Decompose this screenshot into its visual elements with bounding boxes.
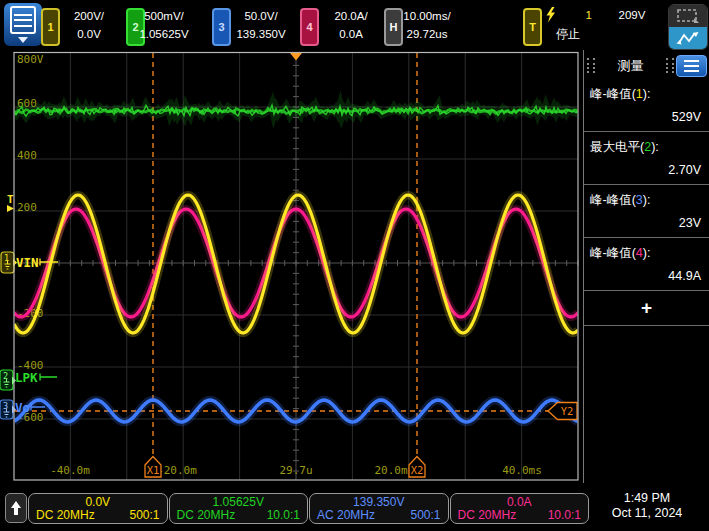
channel-3-value: 139.350V <box>317 495 441 509</box>
measurement-label: 峰-峰值(3): <box>590 192 703 209</box>
channel-4-value: 0.0A <box>458 495 582 509</box>
list-menu-icon <box>684 60 699 72</box>
cursor-y2-flag[interactable]: Y2 <box>548 403 577 420</box>
waveform-arrows-icon <box>675 30 701 47</box>
channel-3-probe: 500:1 <box>410 509 440 522</box>
acquisition-status: 停止 <box>544 26 592 43</box>
svg-text:3: 3 <box>3 401 8 411</box>
y-axis-label: 400 <box>17 149 37 162</box>
channel-1-badge[interactable]: 1 <box>41 8 60 46</box>
measurement-row[interactable]: 峰-峰值(1): 529V <box>584 79 709 132</box>
time-text: 1:49 PM <box>596 491 698 506</box>
channel-4-status-box[interactable]: 0.0A DC 20MHz10.0:1 <box>450 493 590 524</box>
channel-3-offset: 139.350V <box>227 25 295 43</box>
chevron-down-icon <box>18 37 28 43</box>
hamburger-menu-icon <box>10 6 36 34</box>
expand-up-button[interactable] <box>5 493 27 523</box>
channel-3-scale: 50.0V/ <box>227 7 295 25</box>
trigger-badge[interactable]: T <box>523 8 542 46</box>
y-axis-label: 200 <box>17 201 37 214</box>
main-menu-button[interactable] <box>4 3 42 46</box>
drag-grip-icon[interactable] <box>587 58 595 73</box>
svg-text:2: 2 <box>3 371 8 381</box>
channel-4-scale: 20.0A/ <box>318 7 384 25</box>
lpk-callout-line <box>40 374 57 381</box>
svg-text:X1: X1 <box>147 464 160 476</box>
edge-trigger-icon <box>544 7 557 23</box>
channel-1-offset: 0.0V <box>59 25 119 43</box>
channel-4-settings[interactable]: 20.0A/ 0.0A <box>318 7 384 43</box>
channel-2-offset: 1.05625V <box>134 25 194 43</box>
channel-2-coupling: DC 20MHz <box>177 509 236 522</box>
measurement-row[interactable]: 峰-峰值(4): 44.9A <box>584 238 709 291</box>
clock[interactable]: 1:49 PM Oct 11, 2024 <box>596 491 698 521</box>
dashed-rectangle-icon <box>676 8 700 25</box>
panel-menu-button[interactable] <box>676 55 707 77</box>
x-axis-label: -40.0m <box>50 464 90 477</box>
channel-2-status-box[interactable]: 1.05625V DC 20MHz10.0:1 <box>169 493 309 524</box>
trigger-info[interactable]: 1 停止 <box>544 6 592 43</box>
arrow-up-icon <box>10 500 22 516</box>
channel-4-offset: 0.0A <box>318 25 384 43</box>
waveform-display-area[interactable]: 800V 600 400 200 -200 -400 -600 -40.0m -… <box>0 50 583 483</box>
waveform-pan-button[interactable] <box>669 27 707 49</box>
add-measurement-button[interactable]: + <box>584 291 709 326</box>
zoom-tools-button-group <box>668 4 708 50</box>
trace-label-lpk: LPK <box>15 370 38 385</box>
horizontal-settings[interactable]: 10.00ms/ 29.72us <box>400 7 454 43</box>
horizontal-scale: 10.00ms/ <box>400 7 454 25</box>
date-text: Oct 11, 2024 <box>596 506 698 521</box>
svg-text:T: T <box>7 193 14 206</box>
x-axis-label: -20.0m <box>157 464 197 477</box>
measurement-value: 44.9A <box>590 262 703 285</box>
measurement-row[interactable]: 峰-峰值(3): 23V <box>584 185 709 238</box>
measurement-row[interactable]: 最大电平(2): 2.70V <box>584 132 709 185</box>
oscilloscope-screen: 1 200V/ 0.0V 2 500mV/ 1.05625V 3 50.0V/ … <box>0 0 709 531</box>
measurement-value: 23V <box>590 209 703 232</box>
measurement-label: 峰-峰值(1): <box>590 86 703 103</box>
channel-1-status-box[interactable]: 0.0V DC 20MHz500:1 <box>28 493 168 524</box>
channel-4-probe: 10.0:1 <box>548 509 581 522</box>
cursor-x1-flag[interactable]: X1 <box>145 457 161 478</box>
channel-4-coupling: DC 20MHz <box>458 509 517 522</box>
bottom-bar: 0.0V DC 20MHz500:1 1.05625V DC 20MHz10.0… <box>0 487 709 531</box>
measurement-panel-header[interactable]: 测量 <box>584 50 709 79</box>
channel-1-value: 0.0V <box>36 495 160 509</box>
measurement-value: 2.70V <box>590 156 703 179</box>
cursor-x2-flag[interactable]: X2 <box>409 457 425 478</box>
measurement-panel: 测量 峰-峰值(1): 529V 最大电平(2): 2.70V 峰-峰值(3):… <box>583 50 709 483</box>
svg-text:Y2: Y2 <box>561 405 574 417</box>
channel-4-badge[interactable]: 4 <box>300 8 319 46</box>
drag-grip-icon[interactable] <box>666 58 674 73</box>
trigger-level-value: 209V <box>610 9 654 21</box>
measurement-label: 最大电平(2): <box>590 139 703 156</box>
channel-2-settings[interactable]: 500mV/ 1.05625V <box>134 7 194 43</box>
channel-status-boxes: 0.0V DC 20MHz500:1 1.05625V DC 20MHz10.0… <box>28 493 590 524</box>
time-reference-marker[interactable] <box>290 53 302 61</box>
channel-3-settings[interactable]: 50.0V/ 139.350V <box>227 7 295 43</box>
top-bar: 1 200V/ 0.0V 2 500mV/ 1.05625V 3 50.0V/ … <box>0 0 709 50</box>
channel-2-scale: 500mV/ <box>134 7 194 25</box>
y-axis-label: 800V <box>17 53 44 66</box>
channel-1-probe: 500:1 <box>129 509 159 522</box>
channel-1-coupling: DC 20MHz <box>36 509 95 522</box>
box-zoom-button[interactable] <box>669 5 707 27</box>
channel-3-status-box[interactable]: 139.350V AC 20MHz500:1 <box>309 493 449 524</box>
panel-title: 测量 <box>595 57 666 75</box>
x-axis-label: 29.7u <box>279 464 312 477</box>
channel-2-value: 1.05625V <box>177 495 301 509</box>
x-axis-label: 40.0ms <box>502 464 542 477</box>
measurement-label: 峰-峰值(4): <box>590 245 703 262</box>
trace-label-vin: VIN <box>16 255 39 270</box>
x-axis-label: 20.0m <box>374 464 407 477</box>
channel-2-probe: 10.0:1 <box>267 509 300 522</box>
trigger-source: 1 <box>586 9 592 21</box>
horizontal-delay: 29.72us <box>400 25 454 43</box>
channel-1-scale: 200V/ <box>59 7 119 25</box>
svg-text:1: 1 <box>4 253 9 263</box>
trace-label-vo: Vo <box>15 400 30 415</box>
channel-3-coupling: AC 20MHz <box>317 509 375 522</box>
svg-text:X2: X2 <box>411 464 424 476</box>
trigger-level-marker[interactable]: T <box>7 193 14 212</box>
channel-1-settings[interactable]: 200V/ 0.0V <box>59 7 119 43</box>
